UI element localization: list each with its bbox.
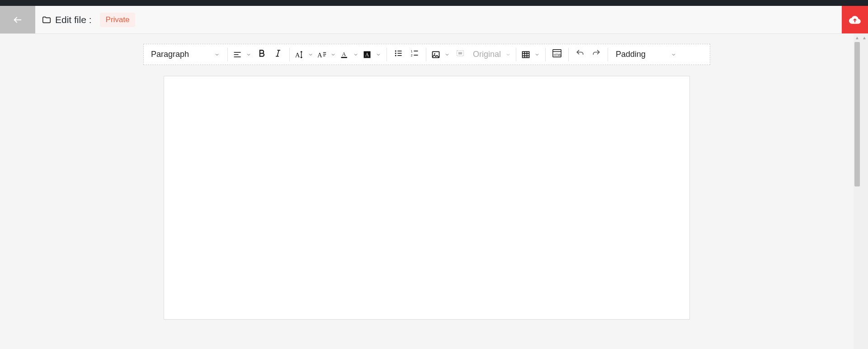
undo-button[interactable] <box>572 47 588 62</box>
padding-select[interactable]: Padding <box>611 47 681 62</box>
svg-line-4 <box>277 50 278 56</box>
chevron-down-icon <box>307 52 314 57</box>
toolbar-separator <box>568 48 569 61</box>
table-icon <box>519 50 532 59</box>
svg-rect-29 <box>458 52 462 55</box>
chevron-down-icon <box>671 52 676 57</box>
toolbar-separator <box>545 48 546 61</box>
svg-point-17 <box>395 53 396 54</box>
image-icon <box>429 50 442 59</box>
svg-point-16 <box>395 51 396 52</box>
svg-text:2: 2 <box>411 54 413 57</box>
content-area: Paragraph <box>0 34 868 349</box>
redo-icon <box>592 49 601 60</box>
svg-text:A: A <box>342 51 346 57</box>
folder-icon <box>42 15 52 25</box>
toolbar-separator <box>289 48 290 61</box>
chevron-down-icon <box>245 52 252 57</box>
chevron-down-icon <box>352 52 359 57</box>
font-size-icon: A <box>316 50 328 60</box>
table-button[interactable] <box>519 47 542 62</box>
paragraph-select[interactable]: Paragraph <box>146 47 224 62</box>
content-inner: Paragraph <box>0 34 854 349</box>
svg-point-18 <box>395 55 396 56</box>
chevron-down-icon <box>375 52 382 57</box>
svg-text:A: A <box>295 51 300 58</box>
html-icon: HTML <box>552 48 562 60</box>
paragraph-select-label: Paragraph <box>151 50 189 59</box>
svg-text:A: A <box>317 51 322 58</box>
svg-text:HTML: HTML <box>554 53 562 56</box>
arrow-left-icon <box>13 15 23 25</box>
chevron-down-icon <box>330 52 337 57</box>
html-source-button[interactable]: HTML <box>549 47 565 62</box>
toolbar-separator <box>426 48 426 61</box>
editor-canvas[interactable] <box>164 76 690 320</box>
svg-rect-13 <box>341 57 347 58</box>
line-height-button[interactable]: A <box>293 47 316 62</box>
image-button[interactable] <box>429 47 452 62</box>
bullet-list-icon <box>394 49 403 60</box>
undo-icon <box>576 49 585 60</box>
bullet-list-button[interactable] <box>390 47 406 62</box>
top-app-bar <box>0 0 868 6</box>
back-button[interactable] <box>0 6 35 33</box>
chevron-down-icon <box>533 52 541 57</box>
svg-rect-30 <box>523 51 529 57</box>
line-height-icon: A <box>293 50 306 60</box>
toolbar-separator <box>227 48 228 61</box>
italic-button[interactable] <box>270 47 286 62</box>
scroll-thumb[interactable] <box>854 42 860 186</box>
font-color-button[interactable]: A <box>338 47 361 62</box>
vertical-scrollbar-outer[interactable]: ▲ <box>861 34 868 349</box>
image-size-select[interactable]: Original <box>468 47 513 62</box>
editor-toolbar: Paragraph <box>143 44 710 65</box>
vertical-scrollbar[interactable]: ▲ <box>854 34 861 349</box>
cloud-upload-icon <box>849 14 861 26</box>
toolbar-separator <box>516 48 516 61</box>
chevron-down-icon <box>214 52 220 57</box>
padding-select-label: Padding <box>616 50 646 59</box>
svg-text:1: 1 <box>411 50 413 53</box>
image-placeholder-button[interactable] <box>452 47 468 62</box>
header-main: Edit file : Private <box>35 6 842 33</box>
highlight-color-button[interactable]: A <box>361 47 383 62</box>
redo-button[interactable] <box>588 47 604 62</box>
bold-icon <box>257 49 266 60</box>
numbered-list-button[interactable]: 12 <box>406 47 423 62</box>
font-color-icon: A <box>338 50 351 59</box>
private-badge[interactable]: Private <box>100 13 136 27</box>
bold-button[interactable] <box>254 47 270 62</box>
scroll-up-arrow-icon[interactable]: ▲ <box>861 34 868 41</box>
svg-text:A: A <box>365 52 369 58</box>
align-button[interactable] <box>231 47 254 62</box>
scroll-up-arrow-icon[interactable]: ▲ <box>854 34 861 41</box>
image-placeholder-icon <box>456 49 465 60</box>
chevron-down-icon <box>443 52 451 57</box>
highlight-icon: A <box>361 50 373 59</box>
toolbar-separator <box>608 48 608 61</box>
numbered-list-icon: 12 <box>410 49 419 60</box>
align-left-icon <box>231 50 244 59</box>
page-title: Edit file : <box>55 14 92 25</box>
toolbar-separator <box>387 48 387 61</box>
svg-point-27 <box>434 53 435 55</box>
chevron-down-icon <box>505 52 511 57</box>
italic-icon <box>274 49 283 60</box>
font-size-button[interactable]: A <box>316 47 338 62</box>
upload-button[interactable] <box>842 6 868 33</box>
image-size-label: Original <box>473 50 501 59</box>
header-bar: Edit file : Private <box>0 6 868 34</box>
